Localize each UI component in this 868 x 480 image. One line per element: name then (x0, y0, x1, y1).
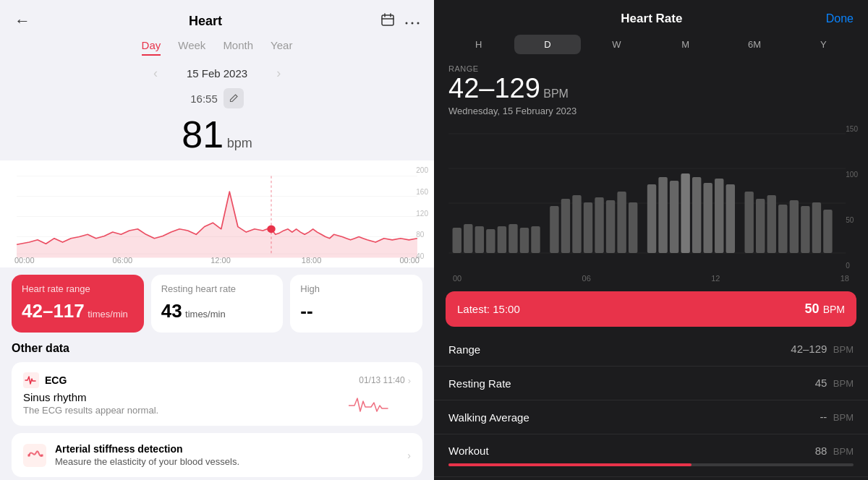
svg-rect-33 (606, 200, 615, 253)
stats-item-workout: Workout 88 BPM (434, 434, 868, 477)
range-value: 42–129 (448, 73, 540, 103)
svg-rect-26 (520, 228, 529, 253)
heart-rate-range-label: Heart rate range (22, 283, 134, 296)
svg-rect-25 (509, 224, 517, 253)
ecg-left: ECG (23, 372, 67, 388)
arterial-icon (23, 444, 46, 467)
svg-rect-45 (756, 199, 765, 253)
tab-week[interactable]: Week (178, 39, 205, 56)
right-chart-container[interactable]: 150 100 50 0 (434, 119, 868, 286)
ecg-header: ECG 01/13 11:40 › (23, 372, 411, 388)
workout-progress-fill (448, 463, 692, 466)
svg-point-14 (27, 454, 30, 457)
svg-rect-21 (464, 224, 472, 253)
heart-rate-range-card: Heart rate range 42–117 times/min (12, 275, 144, 333)
calendar-icon[interactable] (380, 12, 395, 30)
svg-rect-44 (744, 192, 753, 253)
right-chart-svg (441, 119, 861, 271)
bpm-unit: bpm (227, 136, 252, 150)
other-data-section: Other data ECG 01/13 11:40 › (0, 336, 434, 480)
svg-rect-50 (812, 202, 821, 253)
done-button[interactable]: Done (826, 12, 854, 25)
tab-month[interactable]: Month (223, 39, 253, 56)
range-value-row: 42–129 BPM (448, 73, 854, 104)
tab-year[interactable]: Year (271, 39, 292, 56)
svg-rect-32 (595, 197, 603, 253)
workout-item-value: 88 BPM (815, 445, 854, 458)
svg-point-2 (412, 22, 414, 24)
svg-rect-46 (767, 195, 776, 253)
range-unit: BPM (543, 87, 569, 100)
stats-list: Range 42–129 BPM Resting Rate 45 BPM Wal… (434, 333, 868, 480)
period-tab-6m[interactable]: 6M (721, 35, 787, 54)
resting-heart-rate-label: Resting heart rate (161, 283, 273, 296)
svg-rect-36 (647, 184, 656, 253)
ecg-card[interactable]: ECG 01/13 11:40 › Sinus rhythm The ECG r… (12, 362, 422, 426)
svg-rect-24 (498, 226, 506, 253)
high-value: -- (300, 300, 412, 322)
period-tab-m[interactable]: M (652, 35, 718, 54)
svg-rect-38 (670, 181, 678, 253)
svg-rect-49 (801, 206, 809, 253)
svg-rect-30 (572, 195, 581, 253)
walking-item-value: -- BPM (820, 411, 854, 424)
arterial-stiffness-card[interactable]: Arterial stiffness detection Measure the… (12, 433, 422, 477)
svg-rect-27 (531, 226, 540, 253)
svg-rect-22 (475, 226, 484, 253)
svg-rect-31 (584, 202, 592, 253)
workout-item-label: Workout (448, 445, 489, 458)
right-header: Heart Rate Done (434, 0, 868, 32)
high-label: High (300, 283, 412, 296)
svg-rect-0 (382, 15, 393, 25)
bpm-display: 81 bpm (0, 110, 434, 160)
phone-screen: ← Heart Day (0, 0, 434, 480)
period-tab-y[interactable]: Y (791, 35, 856, 54)
svg-rect-37 (658, 177, 667, 253)
range-item-label: Range (448, 343, 480, 356)
time-display: 16:55 (0, 85, 434, 110)
svg-rect-29 (561, 199, 570, 253)
right-chart-x-labels: 00 06 12 18 (441, 274, 861, 283)
tab-bar: Day Week Month Year (0, 36, 434, 61)
range-label: RANGE (448, 64, 854, 73)
chart-y-labels: 200 160 120 80 40 (416, 166, 428, 260)
current-time: 16:55 (190, 93, 218, 105)
resting-heart-rate-card: Resting heart rate 43 times/min (151, 275, 284, 333)
svg-rect-39 (681, 173, 689, 253)
period-tabs: H D W M 6M Y (434, 32, 868, 57)
period-tab-w[interactable]: W (584, 35, 650, 54)
svg-rect-51 (823, 210, 832, 253)
arterial-description: Measure the elasticity of your blood ves… (55, 456, 399, 467)
back-button[interactable]: ← (14, 12, 30, 30)
stats-item-walking: Walking Average -- BPM (434, 400, 868, 434)
range-section: RANGE 42–129 BPM Wednesday, 15 February … (434, 57, 868, 119)
ecg-name: ECG (45, 374, 67, 386)
period-tab-h[interactable]: H (446, 35, 511, 54)
heart-rate-range-value: 42–117 times/min (22, 300, 134, 322)
time-edit-button[interactable] (224, 88, 244, 108)
tab-day[interactable]: Day (142, 39, 161, 56)
workout-progress-bar (448, 463, 854, 466)
prev-date-button[interactable]: ‹ (153, 66, 158, 81)
latest-value: 50 BPM (805, 301, 845, 317)
svg-rect-20 (453, 228, 461, 253)
latest-label: Latest: 15:00 (457, 303, 520, 315)
next-date-button[interactable]: › (276, 66, 281, 81)
ecg-wave-decoration (349, 395, 392, 416)
right-panel: Heart Rate Done H D W M 6M Y RANGE 42–12… (434, 0, 868, 480)
period-tab-d[interactable]: D (514, 35, 580, 54)
svg-point-3 (417, 22, 420, 24)
stats-row: Heart rate range 42–117 times/min Restin… (0, 267, 434, 336)
ecg-chevron: › (408, 375, 411, 386)
date-navigation: ‹ 15 Feb 2023 › (0, 61, 434, 85)
svg-rect-41 (704, 183, 712, 253)
range-item-value: 42–129 BPM (791, 343, 854, 356)
left-panel: ← Heart Day (0, 0, 434, 480)
svg-rect-48 (790, 200, 799, 253)
arterial-text: Arterial stiffness detection Measure the… (55, 443, 399, 467)
resting-heart-rate-value: 43 times/min (161, 300, 273, 322)
heart-rate-chart[interactable]: 200 160 120 80 40 (0, 160, 434, 267)
resting-item-value: 45 BPM (815, 377, 854, 390)
more-icon[interactable] (405, 14, 420, 29)
current-date: 15 Feb 2023 (187, 67, 247, 80)
